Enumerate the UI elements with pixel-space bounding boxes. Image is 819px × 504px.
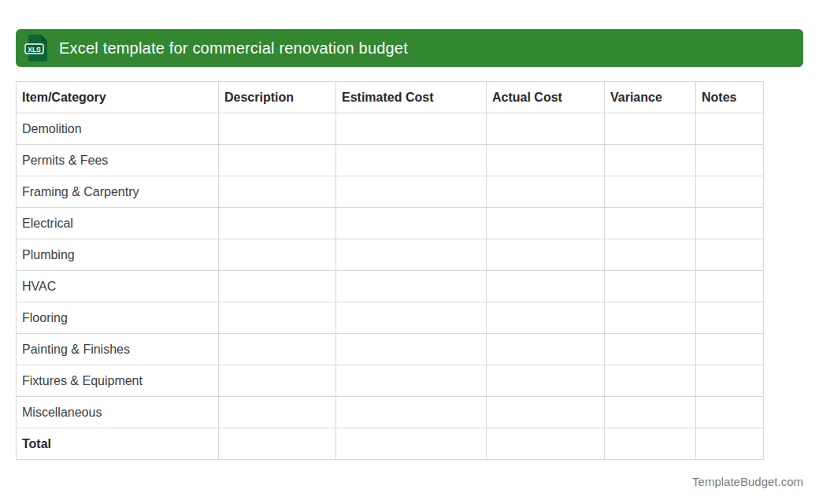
empty-cell (605, 428, 696, 460)
column-header-actual-cost: Actual Cost (487, 82, 605, 113)
empty-cell (696, 176, 764, 208)
empty-cell (336, 271, 487, 302)
empty-cell (696, 334, 764, 365)
table-row: Flooring (17, 302, 764, 334)
empty-cell (219, 145, 336, 176)
empty-cell (605, 239, 696, 271)
empty-cell (219, 239, 336, 271)
empty-cell (605, 271, 696, 302)
row-label: Miscellaneous (17, 397, 219, 428)
title-banner: XLS Excel template for commercial renova… (16, 29, 803, 67)
empty-cell (487, 176, 605, 208)
empty-cell (336, 176, 487, 208)
table-row: Miscellaneous (17, 397, 764, 428)
empty-cell (336, 428, 487, 460)
empty-cell (696, 397, 764, 428)
empty-cell (487, 397, 605, 428)
column-header-description: Description (219, 82, 336, 113)
empty-cell (487, 113, 605, 145)
site-brand: TemplateBudget.com (692, 475, 803, 488)
empty-cell (219, 271, 336, 302)
table-row: Framing & Carpentry (17, 176, 764, 208)
empty-cell (336, 334, 487, 365)
empty-cell (605, 302, 696, 334)
budget-table: Item/Category Description Estimated Cost… (16, 81, 764, 460)
empty-cell (487, 208, 605, 239)
column-header-notes: Notes (696, 82, 764, 113)
empty-cell (696, 113, 764, 145)
empty-cell (605, 208, 696, 239)
table-row: Fixtures & Equipment (17, 365, 764, 397)
empty-cell (696, 271, 764, 302)
empty-cell (696, 365, 764, 397)
table-row: Demolition (17, 113, 764, 145)
row-label: HVAC (17, 271, 219, 302)
table-row: Plumbing (17, 239, 764, 271)
empty-cell (487, 365, 605, 397)
column-header-item-category: Item/Category (17, 82, 219, 113)
table-row: Electrical (17, 208, 764, 239)
empty-cell (336, 145, 487, 176)
xls-badge-label: XLS (28, 46, 41, 54)
row-label: Permits & Fees (17, 145, 219, 176)
empty-cell (336, 113, 487, 145)
column-header-variance: Variance (605, 82, 696, 113)
xls-file-icon: XLS (24, 33, 49, 63)
table-row-total: Total (17, 428, 764, 460)
empty-cell (605, 334, 696, 365)
page-title: Excel template for commercial renovation… (59, 39, 408, 57)
table-row: Permits & Fees (17, 145, 764, 176)
empty-cell (696, 428, 764, 460)
empty-cell (219, 334, 336, 365)
empty-cell (605, 176, 696, 208)
row-label-total: Total (17, 428, 219, 460)
empty-cell (605, 365, 696, 397)
empty-cell (336, 208, 487, 239)
table-row: HVAC (17, 271, 764, 302)
empty-cell (219, 113, 336, 145)
row-label: Plumbing (17, 239, 219, 271)
empty-cell (219, 397, 336, 428)
row-label: Painting & Finishes (17, 334, 219, 365)
empty-cell (605, 397, 696, 428)
empty-cell (696, 145, 764, 176)
empty-cell (696, 239, 764, 271)
empty-cell (696, 302, 764, 334)
row-label: Demolition (17, 113, 219, 145)
row-label: Electrical (17, 208, 219, 239)
empty-cell (605, 113, 696, 145)
empty-cell (696, 208, 764, 239)
table-row: Painting & Finishes (17, 334, 764, 365)
empty-cell (219, 428, 336, 460)
empty-cell (487, 145, 605, 176)
row-label: Fixtures & Equipment (17, 365, 219, 397)
empty-cell (487, 334, 605, 365)
row-label: Framing & Carpentry (17, 176, 219, 208)
empty-cell (336, 302, 487, 334)
empty-cell (219, 176, 336, 208)
empty-cell (219, 365, 336, 397)
empty-cell (219, 208, 336, 239)
empty-cell (336, 397, 487, 428)
empty-cell (487, 271, 605, 302)
table-header-row: Item/Category Description Estimated Cost… (17, 82, 764, 113)
column-header-estimated-cost: Estimated Cost (336, 82, 487, 113)
empty-cell (487, 239, 605, 271)
empty-cell (336, 365, 487, 397)
empty-cell (336, 239, 487, 271)
empty-cell (487, 302, 605, 334)
empty-cell (487, 428, 605, 460)
empty-cell (219, 302, 336, 334)
row-label: Flooring (17, 302, 219, 334)
empty-cell (605, 145, 696, 176)
